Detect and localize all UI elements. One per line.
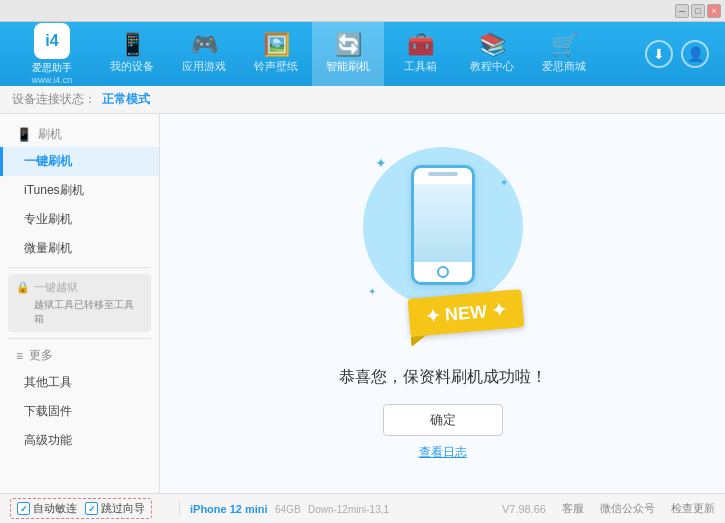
one-click-flash-label: 一键刷机 [24, 153, 72, 170]
nav-toolbox-label: 工具箱 [404, 59, 437, 74]
status-label: 设备连接状态： [12, 91, 96, 108]
nav-smart-flash-label: 智能刷机 [326, 59, 370, 74]
my-device-icon: 📱 [119, 34, 146, 56]
status-bar: 设备连接状态： 正常模式 [0, 86, 725, 114]
nav-smart-flash[interactable]: 🔄 智能刷机 [312, 22, 384, 86]
close-button[interactable]: × [707, 4, 721, 18]
sidebar-divider-1 [8, 267, 151, 268]
logo: i4 爱思助手 www.i4.cn [8, 23, 96, 85]
phone-home-btn [437, 266, 449, 278]
logo-name: 爱思助手 [32, 61, 72, 75]
flash-section-label: 刷机 [38, 126, 62, 143]
phone-illustration: ✦ ✦ ✦ ✦ NEW ✦ [353, 147, 533, 347]
device-info: iPhone 12 mini 64GB Down-12mini-13,1 [179, 502, 389, 516]
auto-connect-label: 自动敏连 [33, 501, 77, 516]
jailbreak-title: 一键越狱 [34, 280, 143, 295]
device-storage: 64GB [275, 504, 301, 515]
logo-url: www.i4.cn [32, 75, 73, 85]
logo-icon: i4 [34, 23, 70, 59]
ringtones-icon: 🖼️ [263, 34, 290, 56]
nav-ringtones-label: 铃声壁纸 [254, 59, 298, 74]
nav-toolbox[interactable]: 🧰 工具箱 [384, 22, 456, 86]
checkbox-group: ✓ 自动敏连 ✓ 跳过向导 [10, 498, 152, 519]
itunes-flash-label: iTunes刷机 [24, 182, 84, 199]
maximize-button[interactable]: □ [691, 4, 705, 18]
sidebar-item-itunes-flash[interactable]: iTunes刷机 [0, 176, 159, 205]
title-bar: ─ □ × [0, 0, 725, 22]
sparkle-1: ✦ [375, 155, 387, 171]
auto-connect-checkbox-box: ✓ [17, 502, 30, 515]
bottom-right: V7.98.66 客服 微信公众号 检查更新 [502, 501, 715, 516]
lock-icon: 🔒 [16, 281, 30, 294]
jailbreak-notice-box: 🔒 一键越狱 越狱工具已转移至工具箱 [8, 274, 151, 332]
check-update-link[interactable]: 检查更新 [671, 501, 715, 516]
customer-service-link[interactable]: 客服 [562, 501, 584, 516]
content-area: ✦ ✦ ✦ ✦ NEW ✦ 恭喜您，保资料刷机成功啦！ 确定 查看日志 [160, 114, 725, 493]
logo-text: i4 [45, 32, 58, 50]
goto-log-link[interactable]: 查看日志 [419, 444, 467, 461]
nav-apps-games[interactable]: 🎮 应用游戏 [168, 22, 240, 86]
bottom-bar: ✓ 自动敏连 ✓ 跳过向导 iPhone 12 mini 64GB Down-1… [0, 493, 725, 523]
skip-wizard-checkbox[interactable]: ✓ 跳过向导 [85, 501, 145, 516]
flash-section-icon: 📱 [16, 127, 32, 142]
skip-wizard-checkbox-box: ✓ [85, 502, 98, 515]
nav-my-device[interactable]: 📱 我的设备 [96, 22, 168, 86]
pro-flash-label: 专业刷机 [24, 211, 72, 228]
main-layout: 📱 刷机 一键刷机 iTunes刷机 专业刷机 微量刷机 🔒 一键越狱 越狱工具… [0, 114, 725, 493]
sidebar-item-one-click-flash[interactable]: 一键刷机 [0, 147, 159, 176]
nav-my-device-label: 我的设备 [110, 59, 154, 74]
download-button[interactable]: ⬇ [645, 40, 673, 68]
phone-body [411, 165, 475, 285]
flash-section-title: 📱 刷机 [0, 122, 159, 147]
no-data-flash-label: 微量刷机 [24, 240, 72, 257]
download-firmware-label: 下载固件 [24, 403, 72, 420]
apps-games-icon: 🎮 [191, 34, 218, 56]
nav-ringtones[interactable]: 🖼️ 铃声壁纸 [240, 22, 312, 86]
status-value: 正常模式 [102, 91, 150, 108]
sidebar-item-advanced[interactable]: 高级功能 [0, 426, 159, 455]
user-button[interactable]: 👤 [681, 40, 709, 68]
nav-items: 📱 我的设备 🎮 应用游戏 🖼️ 铃声壁纸 🔄 智能刷机 🧰 工具箱 📚 教程中… [96, 22, 645, 86]
jailbreak-notice: 越狱工具已转移至工具箱 [34, 298, 143, 326]
nav-wissi-mall[interactable]: 🛒 爱思商城 [528, 22, 600, 86]
more-section-icon: ≡ [16, 349, 23, 363]
sidebar: 📱 刷机 一键刷机 iTunes刷机 专业刷机 微量刷机 🔒 一键越狱 越狱工具… [0, 114, 160, 493]
nav-tutorials-label: 教程中心 [470, 59, 514, 74]
version-label: V7.98.66 [502, 503, 546, 515]
tutorials-icon: 📚 [479, 34, 506, 56]
phone-screen [414, 184, 472, 262]
bottom-left: ✓ 自动敏连 ✓ 跳过向导 [10, 498, 175, 519]
wissi-mall-icon: 🛒 [551, 34, 578, 56]
nav-right: ⬇ 👤 [645, 40, 709, 68]
advanced-label: 高级功能 [24, 432, 72, 449]
sidebar-item-pro-flash[interactable]: 专业刷机 [0, 205, 159, 234]
confirm-button[interactable]: 确定 [383, 404, 503, 436]
sidebar-divider-2 [8, 338, 151, 339]
smart-flash-icon: 🔄 [335, 34, 362, 56]
sparkle-3: ✦ [368, 286, 376, 297]
success-message: 恭喜您，保资料刷机成功啦！ [339, 367, 547, 388]
skip-wizard-label: 跳过向导 [101, 501, 145, 516]
device-name[interactable]: iPhone 12 mini [190, 503, 268, 515]
sidebar-item-other-tools[interactable]: 其他工具 [0, 368, 159, 397]
sidebar-item-download-firmware[interactable]: 下载固件 [0, 397, 159, 426]
device-firmware: Down-12mini-13,1 [308, 504, 389, 515]
toolbox-icon: 🧰 [407, 34, 434, 56]
header: i4 爱思助手 www.i4.cn 📱 我的设备 🎮 应用游戏 🖼️ 铃声壁纸 … [0, 22, 725, 86]
auto-connect-checkbox[interactable]: ✓ 自动敏连 [17, 501, 77, 516]
more-section-label: 更多 [29, 347, 53, 364]
nav-wissi-mall-label: 爱思商城 [542, 59, 586, 74]
nav-apps-games-label: 应用游戏 [182, 59, 226, 74]
other-tools-label: 其他工具 [24, 374, 72, 391]
minimize-button[interactable]: ─ [675, 4, 689, 18]
new-badge-text: ✦ NEW ✦ [424, 299, 507, 326]
wechat-official-link[interactable]: 微信公众号 [600, 501, 655, 516]
sparkle-2: ✦ [500, 177, 508, 188]
sidebar-item-no-data-flash[interactable]: 微量刷机 [0, 234, 159, 263]
nav-tutorials[interactable]: 📚 教程中心 [456, 22, 528, 86]
window-controls: ─ □ × [675, 4, 721, 18]
more-section-title: ≡ 更多 [0, 343, 159, 368]
